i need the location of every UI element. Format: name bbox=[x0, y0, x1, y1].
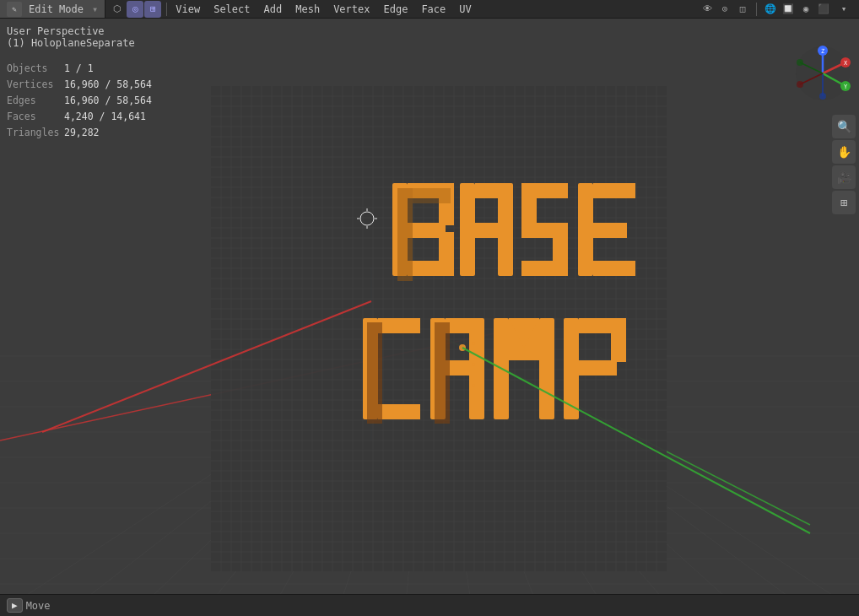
edges-value: 16,960 / 58,564 bbox=[64, 93, 152, 109]
vertices-value: 16,960 / 58,564 bbox=[64, 77, 152, 93]
mode-icon: ✎ bbox=[7, 2, 22, 17]
hand-icon[interactable]: ✋ bbox=[832, 140, 856, 164]
more-icon[interactable]: ▾ bbox=[835, 1, 852, 18]
sep2 bbox=[756, 3, 757, 16]
mode-selector[interactable]: ✎ Edit Mode ▾ bbox=[0, 0, 105, 18]
svg-point-184 bbox=[797, 81, 803, 88]
viewport: User Perspective (1) HoloplaneSeparate O… bbox=[0, 19, 859, 594]
move-label: Move bbox=[26, 600, 51, 612]
edges-label: Edges bbox=[7, 93, 64, 109]
camera2-icon[interactable]: 🎥 bbox=[832, 165, 856, 189]
stat-row-vertices: Vertices 16,960 / 58,564 bbox=[7, 77, 152, 93]
stats-block: Objects 1 / 1 Vertices 16,960 / 58,564 E… bbox=[7, 61, 152, 141]
objects-label: Objects bbox=[7, 61, 64, 77]
menu-view[interactable]: View bbox=[169, 0, 207, 18]
svg-point-186 bbox=[797, 59, 803, 66]
render-icons: 🌐 🔲 ◉ ⬛ bbox=[759, 1, 835, 18]
svg-rect-140 bbox=[397, 188, 413, 281]
global-icon[interactable]: ⬡ bbox=[109, 1, 126, 18]
svg-rect-159 bbox=[435, 322, 450, 424]
stat-row-triangles: Triangles 29,282 bbox=[7, 125, 152, 141]
svg-text:Z: Z bbox=[821, 48, 824, 55]
menu-select[interactable]: Select bbox=[207, 0, 257, 18]
svg-rect-148 bbox=[469, 318, 484, 419]
statusbar: ▶ Move bbox=[0, 594, 859, 616]
svg-rect-152 bbox=[539, 318, 554, 419]
status-move: ▶ Move bbox=[7, 598, 51, 613]
menu-mesh[interactable]: Mesh bbox=[289, 0, 327, 18]
svg-rect-127 bbox=[460, 183, 475, 276]
transform-icons: ⬡ ◎ ⊞ bbox=[105, 1, 165, 18]
menu-uv[interactable]: UV bbox=[452, 0, 478, 18]
svg-point-162 bbox=[472, 384, 475, 387]
svg-point-182 bbox=[819, 93, 826, 100]
faces-value: 4,240 / 14,641 bbox=[64, 109, 146, 125]
mode-dropdown-icon: ▾ bbox=[92, 3, 98, 15]
svg-rect-156 bbox=[579, 360, 617, 376]
svg-rect-126 bbox=[439, 232, 454, 276]
xray-icon[interactable]: ◫ bbox=[734, 1, 751, 18]
svg-rect-143 bbox=[378, 318, 420, 333]
topbar-right: 👁 ⊙ ◫ 🌐 🔲 ◉ ⬛ ▾ bbox=[695, 1, 859, 18]
menu-edge[interactable]: Edge bbox=[376, 0, 414, 18]
stat-row-edges: Edges 16,960 / 58,564 bbox=[7, 93, 152, 109]
menu-face[interactable]: Face bbox=[414, 0, 452, 18]
objects-value: 1 / 1 bbox=[64, 61, 94, 77]
triangles-value: 29,282 bbox=[64, 125, 100, 141]
snap-icon[interactable]: ⊞ bbox=[144, 1, 161, 18]
viewport-shading-icon[interactable]: 👁 bbox=[699, 1, 716, 18]
stats-overlay: Objects 1 / 1 Vertices 16,960 / 58,564 E… bbox=[7, 61, 152, 141]
overlay-icon[interactable]: ⊙ bbox=[716, 1, 733, 18]
render2-icon[interactable]: ⬛ bbox=[815, 1, 832, 18]
faces-label: Faces bbox=[7, 109, 64, 125]
svg-rect-137 bbox=[593, 183, 635, 198]
svg-point-161 bbox=[472, 363, 475, 366]
material-icon[interactable]: ◉ bbox=[797, 1, 814, 18]
object-label: (1) HoloplaneSeparate bbox=[7, 37, 135, 49]
zoom-icon[interactable]: 🔍 bbox=[832, 115, 856, 138]
svg-rect-158 bbox=[367, 322, 382, 424]
menu-vertex[interactable]: Vertex bbox=[327, 0, 376, 18]
svg-rect-154 bbox=[564, 318, 579, 419]
svg-rect-139 bbox=[593, 261, 635, 276]
svg-rect-130 bbox=[498, 183, 513, 276]
svg-rect-138 bbox=[593, 223, 627, 238]
vertices-label: Vertices bbox=[7, 77, 64, 93]
axis-gizmo[interactable]: Z X Y bbox=[793, 44, 852, 103]
svg-point-160 bbox=[472, 342, 475, 345]
triangles-label: Triangles bbox=[7, 125, 64, 141]
proportional-icon[interactable]: ◎ bbox=[127, 1, 143, 18]
svg-rect-132 bbox=[521, 183, 537, 227]
svg-rect-141 bbox=[413, 188, 451, 203]
menu-add[interactable]: Add bbox=[257, 0, 289, 18]
perspective-label: User Perspective bbox=[7, 25, 135, 37]
perspective-overlay: User Perspective (1) HoloplaneSeparate bbox=[7, 25, 135, 49]
svg-rect-144 bbox=[378, 404, 420, 419]
stat-row-objects: Objects 1 / 1 bbox=[7, 61, 152, 77]
camera-icon[interactable]: 🔲 bbox=[780, 1, 797, 18]
svg-rect-136 bbox=[578, 183, 593, 276]
move-icon: ▶ bbox=[7, 598, 23, 613]
render-icon[interactable]: 🌐 bbox=[762, 1, 779, 18]
svg-rect-135 bbox=[521, 261, 568, 276]
grid-icon[interactable]: ⊞ bbox=[832, 191, 856, 214]
sep1 bbox=[166, 3, 167, 16]
topbar: ✎ Edit Mode ▾ ⬡ ◎ ⊞ View Select Add Mesh… bbox=[0, 0, 859, 19]
right-toolbar: 🔍 ✋ 🎥 ⊞ bbox=[829, 111, 859, 218]
stat-row-faces: Faces 4,240 / 14,641 bbox=[7, 109, 152, 125]
right-icons: 👁 ⊙ ◫ bbox=[695, 1, 754, 18]
mode-label: Edit Mode bbox=[29, 3, 84, 15]
svg-rect-157 bbox=[611, 318, 626, 362]
